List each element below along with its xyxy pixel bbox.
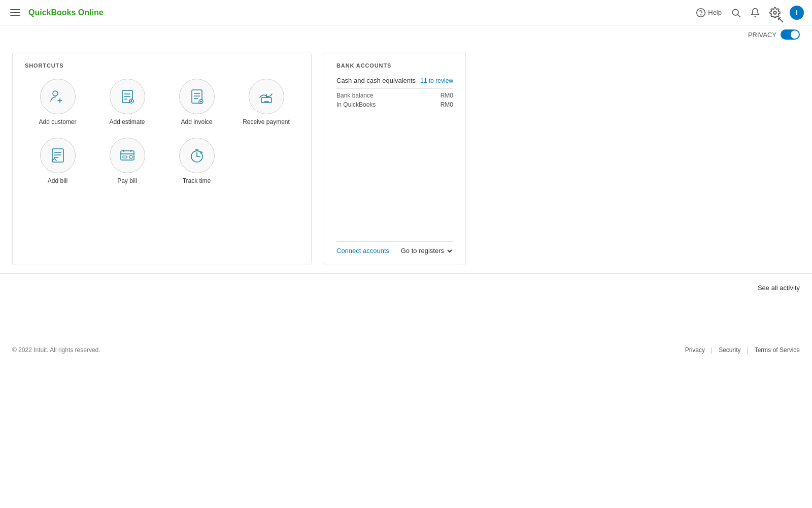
copyright-text: © 2022 Intuit. All rights reserved. bbox=[12, 346, 100, 354]
shortcut-add-bill[interactable]: Add bill bbox=[25, 138, 90, 184]
bank-balance-row: Bank balance RM0 bbox=[336, 92, 453, 99]
security-link[interactable]: Security bbox=[719, 346, 740, 354]
svg-point-5 bbox=[53, 91, 58, 96]
connect-accounts-link[interactable]: Connect accounts bbox=[336, 247, 389, 255]
go-to-registers-label: Go to registers bbox=[401, 247, 444, 255]
shortcuts-grid: Add customer Add estimate bbox=[25, 79, 299, 184]
svg-point-4 bbox=[773, 11, 776, 14]
chevron-down-icon bbox=[446, 247, 453, 255]
app-header: QuickBooks Online Help bbox=[0, 0, 812, 25]
add-customer-icon bbox=[49, 87, 67, 106]
go-to-registers-button[interactable]: Go to registers bbox=[401, 247, 453, 255]
add-customer-icon-circle bbox=[40, 79, 76, 114]
notifications-icon bbox=[750, 8, 760, 18]
receive-payment-icon bbox=[257, 87, 276, 106]
shortcut-receive-payment[interactable]: Receive payment bbox=[233, 79, 299, 125]
app-footer: © 2022 Intuit. All rights reserved. Priv… bbox=[0, 338, 812, 362]
bank-accounts-title: BANK ACCOUNTS bbox=[336, 62, 453, 69]
track-time-label: Track time bbox=[183, 177, 211, 184]
svg-point-1 bbox=[701, 14, 701, 15]
privacy-toggle[interactable] bbox=[781, 29, 800, 40]
search-icon bbox=[731, 8, 741, 18]
shortcuts-title: SHORTCUTS bbox=[25, 62, 299, 69]
bank-footer: Connect accounts Go to registers bbox=[336, 241, 453, 255]
shortcut-add-estimate[interactable]: Add estimate bbox=[94, 79, 160, 125]
bank-balance-value: RM0 bbox=[441, 92, 453, 99]
see-all-activity-link[interactable]: See all activity bbox=[758, 284, 800, 292]
footer-links: Privacy | Security | Terms of Service bbox=[685, 346, 800, 354]
bank-divider bbox=[336, 88, 453, 89]
user-avatar[interactable]: I bbox=[790, 6, 804, 20]
shortcut-track-time[interactable]: Track time bbox=[164, 138, 229, 184]
add-bill-icon-circle bbox=[40, 138, 76, 173]
add-invoice-icon bbox=[188, 87, 206, 106]
hamburger-menu-icon[interactable] bbox=[8, 7, 22, 18]
track-time-icon bbox=[188, 146, 206, 165]
settings-icon bbox=[769, 7, 781, 18]
pay-bill-icon bbox=[118, 146, 137, 165]
review-link[interactable]: 11 to review bbox=[420, 77, 453, 84]
in-quickbooks-label: In QuickBooks bbox=[336, 101, 376, 108]
bank-balance-label: Bank balance bbox=[336, 92, 374, 99]
bank-cash-row: Cash and cash equivalents 11 to review bbox=[336, 77, 453, 84]
receive-payment-icon-circle bbox=[249, 79, 284, 114]
shortcut-pay-bill[interactable]: Pay bill bbox=[94, 138, 160, 184]
avatar-letter: I bbox=[796, 9, 798, 16]
shortcuts-card: SHORTCUTS Add customer bbox=[12, 52, 312, 265]
add-invoice-label: Add invoice bbox=[181, 118, 212, 125]
add-invoice-icon-circle bbox=[179, 79, 215, 114]
see-all-activity-row: See all activity bbox=[0, 278, 812, 298]
privacy-bar: PRIVACY bbox=[0, 25, 812, 44]
cash-label: Cash and cash equivalents bbox=[336, 77, 416, 84]
help-button[interactable]: Help bbox=[696, 8, 722, 18]
svg-point-0 bbox=[697, 8, 705, 17]
bank-accounts-card: BANK ACCOUNTS Cash and cash equivalents … bbox=[324, 52, 466, 265]
section-divider bbox=[0, 273, 812, 274]
privacy-label: PRIVACY bbox=[748, 31, 776, 39]
header-right: Help ↖ I bbox=[696, 6, 804, 20]
add-customer-label: Add customer bbox=[39, 118, 76, 125]
svg-point-28 bbox=[129, 155, 132, 158]
receive-payment-label: Receive payment bbox=[243, 118, 290, 125]
footer-sep-2: | bbox=[747, 346, 749, 354]
add-bill-icon bbox=[49, 146, 67, 165]
app-title: QuickBooks Online bbox=[28, 8, 104, 17]
add-estimate-icon-circle bbox=[110, 79, 145, 114]
add-estimate-label: Add estimate bbox=[109, 118, 145, 125]
in-quickbooks-value: RM0 bbox=[441, 101, 453, 108]
svg-rect-25 bbox=[121, 151, 134, 160]
pay-bill-icon-circle bbox=[110, 138, 145, 173]
footer-sep-1: | bbox=[711, 346, 713, 354]
terms-link[interactable]: Terms of Service bbox=[755, 346, 800, 354]
help-label: Help bbox=[708, 9, 722, 16]
pay-bill-label: Pay bill bbox=[117, 177, 137, 184]
in-quickbooks-row: In QuickBooks RM0 bbox=[336, 101, 453, 108]
header-left: QuickBooks Online bbox=[8, 7, 104, 18]
search-button[interactable] bbox=[731, 8, 741, 18]
notifications-button[interactable] bbox=[750, 8, 760, 18]
settings-button[interactable] bbox=[769, 7, 781, 18]
svg-rect-21 bbox=[52, 149, 63, 162]
add-bill-label: Add bill bbox=[48, 177, 67, 184]
track-time-icon-circle bbox=[179, 138, 215, 173]
shortcut-add-customer[interactable]: Add customer bbox=[25, 79, 90, 125]
privacy-link[interactable]: Privacy bbox=[685, 346, 705, 354]
help-icon bbox=[696, 8, 706, 18]
svg-rect-27 bbox=[123, 156, 127, 158]
add-estimate-icon bbox=[118, 87, 137, 106]
shortcut-add-invoice[interactable]: Add invoice bbox=[164, 79, 229, 125]
main-content: SHORTCUTS Add customer bbox=[0, 44, 812, 273]
svg-point-2 bbox=[732, 9, 738, 15]
svg-line-3 bbox=[738, 14, 740, 17]
